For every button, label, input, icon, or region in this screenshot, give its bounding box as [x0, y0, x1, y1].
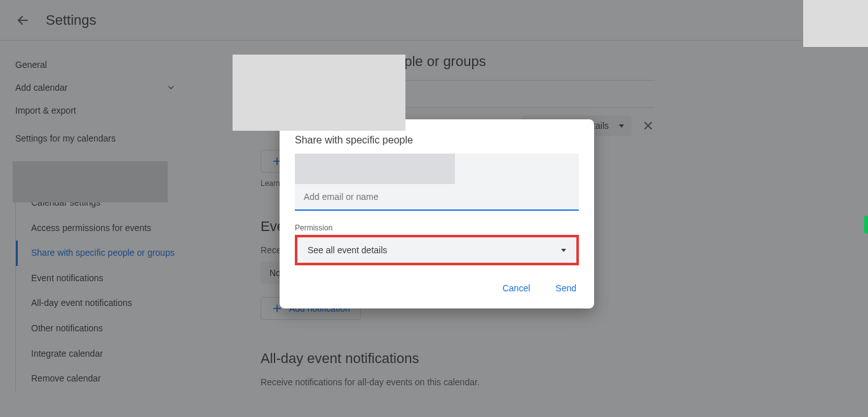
redaction-block: [233, 55, 405, 131]
add-email-input[interactable]: [295, 184, 579, 209]
permission-highlight: See all event details: [295, 235, 579, 265]
permission-label: Permission: [295, 223, 579, 232]
permission-dropdown-value: See all event details: [308, 245, 387, 255]
cancel-button[interactable]: Cancel: [500, 278, 533, 298]
dialog-actions: Cancel Send: [295, 278, 579, 298]
permission-dropdown[interactable]: See all event details: [297, 237, 576, 263]
redaction-block: [803, 0, 868, 47]
side-tab-indicator[interactable]: [864, 216, 868, 234]
send-button[interactable]: Send: [553, 278, 579, 298]
share-dialog: Share with specific people Permission Se…: [280, 119, 594, 308]
email-chip-area[interactable]: [295, 154, 579, 211]
redacted-chip: [295, 154, 455, 184]
caret-down-icon: [561, 249, 566, 252]
dialog-title: Share with specific people: [295, 135, 579, 146]
